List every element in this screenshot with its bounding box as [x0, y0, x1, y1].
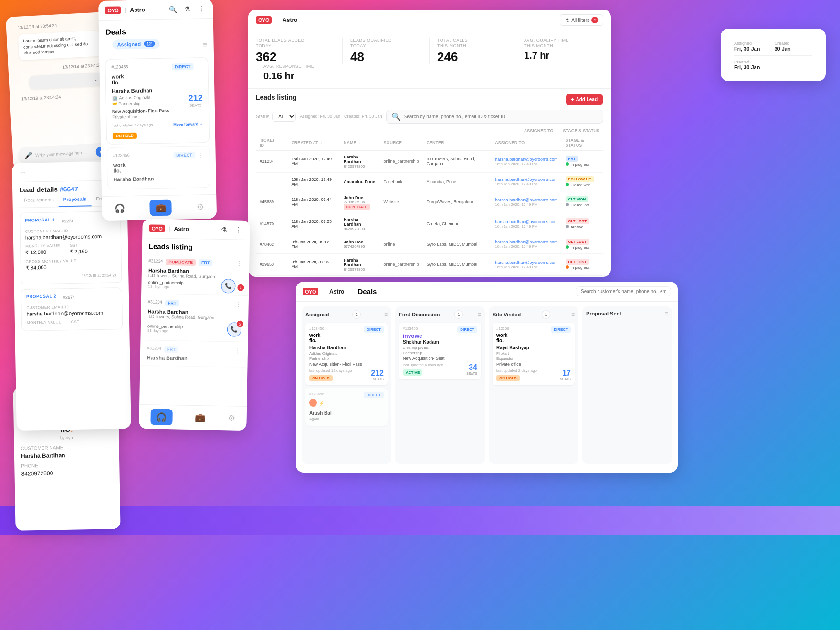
- kanban-card-4[interactable]: #12366 DIRECT workflo. Rajat Kashyap Fli…: [493, 323, 575, 385]
- proposal-1-label: PROPOSAL 1: [25, 218, 55, 223]
- chat-placeholder: Write your message here...: [35, 150, 93, 158]
- filter-icon[interactable]: ⚗: [182, 4, 192, 14]
- oyo-logo: OYO: [105, 6, 121, 14]
- nav-briefcase-2[interactable]: 💼: [195, 412, 205, 423]
- lead-item-more[interactable]: ⋮: [236, 259, 242, 267]
- deals-search[interactable]: [576, 286, 671, 296]
- nav-briefcase[interactable]: 💼: [149, 200, 172, 216]
- search-bar[interactable]: 🔍: [386, 110, 603, 124]
- kanban-filter-2[interactable]: ≡: [478, 311, 481, 318]
- kanban-card-2[interactable]: #123456 DIRECT ⚡ Arash Bal Agota: [305, 388, 388, 426]
- table-row[interactable]: #31234 16th Jan 2020, 12:49 AM Harsha Ba…: [256, 150, 603, 172]
- assigned-label: Assigned: [117, 41, 141, 47]
- search-icon-dash: 🔍: [391, 112, 401, 121]
- move-forward-btn[interactable]: Move forward →: [173, 122, 203, 127]
- deal-location: Private office: [112, 114, 203, 120]
- search-icon[interactable]: 🔍: [168, 4, 178, 14]
- deal-card-1: #123456 DIRECT ⋮ work flo. Harsha Bardha…: [105, 57, 210, 145]
- svg-point-0: [309, 399, 317, 407]
- created-date-info: Created: Fri, 30 Jan: [344, 114, 382, 119]
- invowe-logo: invowe: [403, 333, 477, 339]
- dash-oyo-logo: OYO: [256, 16, 272, 24]
- tab-proposals[interactable]: Proposals: [58, 192, 91, 207]
- leads-bottom-nav: 🎧 💼 ⚙: [139, 404, 247, 430]
- status-filter: Status All: [256, 112, 296, 122]
- nav-headset-2[interactable]: 🎧: [150, 409, 173, 425]
- kanban-filter-icon[interactable]: ≡: [384, 311, 388, 318]
- gradient-band: [0, 506, 840, 535]
- deals-mobile-card: OYO | Astro 🔍 ⚗ ⋮ Deals Assigned 12 ≡ #1…: [98, 0, 217, 220]
- created-date-box: 30 Jan: [774, 46, 790, 52]
- deal-more-icon-2[interactable]: ⋮: [197, 151, 204, 159]
- stats-row: Total leads added TODAY 362 Leads qualif…: [248, 31, 611, 89]
- leads-listing-mobile-card: OYO | Astro ⚗ ⋮ Leads listing #31234 DUP…: [139, 219, 250, 430]
- stat-qualify-time: Avg. Qualify time THIS MONTH 1.7 hr: [516, 38, 603, 64]
- assigned-count: 12: [144, 41, 155, 47]
- lead-item-2[interactable]: #31234 FRT ⋮ Harsha Bardhan ILD Towers, …: [140, 294, 249, 342]
- more-icon[interactable]: ⋮: [197, 4, 206, 13]
- app-name: Astro: [130, 6, 145, 13]
- stat-response-time: Avg. Response time 0.16 hr: [256, 64, 343, 82]
- search-input[interactable]: [404, 114, 598, 119]
- kanban-card-3[interactable]: #123456 DIRECT invowe Shekhar Kadam Clea…: [399, 323, 481, 379]
- direct-badge-1: DIRECT: [172, 63, 194, 71]
- leads-mobile-oyo-header: OYO | Astro ⚗ ⋮: [142, 219, 250, 240]
- leads-listing-section: Leads listing + Add Lead Status All Assi…: [248, 89, 611, 277]
- lead-item-1[interactable]: #31234 DUPLICATE FRT ⋮ Harsha Bardhan IL…: [141, 253, 249, 296]
- created-assigned-group: Assigned Fri, 30 Jan: [734, 41, 760, 52]
- nav-sliders-2[interactable]: ⚙: [228, 413, 235, 423]
- proposal-2-label: PROPOSAL 2: [26, 294, 56, 299]
- th-name: NAME↕: [340, 135, 380, 151]
- proposal-timestamp: 13/12/19 at 23:54:24: [26, 273, 116, 279]
- created-box: Assigned Fri, 30 Jan Created 30 Jan Crea…: [721, 29, 826, 81]
- kanban-col-assigned: Assigned 2 ≡ #123456 DIRECT workflo. Har…: [302, 306, 391, 464]
- deal-ticket-1: #123456: [111, 64, 128, 70]
- proposal-2-id: #2674: [63, 295, 75, 300]
- table-row[interactable]: #45689 11th Jan 2020, 01:44 PM John Doe …: [256, 191, 603, 213]
- kanban-filter-4[interactable]: ≡: [665, 310, 668, 317]
- chat-date-3: 13/12/19 at 23:54:24: [15, 88, 109, 104]
- table-row[interactable]: #14570 11th Jan 2020, 07:23 AM Harsha Ba…: [256, 213, 603, 235]
- all-filters-btn[interactable]: ⚗ All filters 2: [560, 14, 603, 26]
- assigned-date-info: Assigned: Fri, 30 Jan: [300, 114, 340, 119]
- chat-date-1: 13/12/19 at 23:54:24: [11, 17, 105, 32]
- th-created: CREATED AT↕: [287, 135, 340, 151]
- onhold-tag: ON HOLD: [113, 133, 137, 139]
- main-dashboard: OYO | Astro ⚗ All filters 2 Total leads …: [248, 10, 611, 277]
- email-value-1: harsha.bardhan@oyorooms.com: [25, 233, 116, 240]
- lead-item-3[interactable]: #31234 FRT ⋮ Harsha Bardhan: [140, 340, 248, 368]
- dashboard-header: OYO | Astro ⚗ All filters 2: [248, 10, 611, 31]
- section-title: Leads listing: [256, 94, 297, 101]
- assigned-tab[interactable]: Assigned 12: [112, 39, 159, 50]
- lead-id: #6647: [60, 185, 78, 193]
- deal-more-icon[interactable]: ⋮: [195, 63, 202, 70]
- table-row[interactable]: #09653 8th Jan 2020, 07:05 AM Harsha Bar…: [256, 275, 603, 277]
- back-button[interactable]: ←: [19, 168, 26, 177]
- deal-card-2: #123456 DIRECT ⋮ workflo. Harsha Bardhan: [106, 146, 210, 189]
- created-created-group: Created 30 Jan: [774, 41, 790, 52]
- monthly-value-1: ₹ 12,000: [25, 249, 60, 255]
- kanban-filter-3[interactable]: ≡: [571, 311, 575, 318]
- th-assigned: ASSIGNED TO: [491, 135, 561, 151]
- filter-btn[interactable]: ⚗: [219, 225, 229, 234]
- add-lead-button[interactable]: + Add Lead: [566, 94, 603, 105]
- table-row[interactable]: 16th Jan 2020, 12:49 AM Amandra, Pune Fa…: [256, 172, 603, 191]
- filter-icon-2[interactable]: ≡: [202, 41, 207, 49]
- proposal-1-id: #1234: [62, 219, 74, 223]
- table-row[interactable]: #78462 9th Jan 2020, 05:12 PM John Doe 6…: [256, 235, 603, 253]
- stat-total-calls: Total calls THIS MONTH 246: [430, 38, 516, 64]
- deals-title: Deals: [99, 21, 214, 40]
- nav-sliders[interactable]: ⚙: [196, 201, 204, 212]
- call-badge-1[interactable]: 📞: [221, 278, 236, 293]
- table-row[interactable]: #09653 8th Jan 2020, 07:05 AM Harsha Bar…: [256, 253, 603, 275]
- monthly-label-1: MONTHLY VALUE: [25, 243, 60, 248]
- proposal-1: PROPOSAL 1 #1234 CUSTOMER EMAIL ID harsh…: [20, 211, 122, 284]
- status-select[interactable]: All: [272, 112, 296, 122]
- lead-item-more-2[interactable]: ⋮: [235, 300, 242, 308]
- kanban-card-1[interactable]: #123456 DIRECT workflo. Harsha Bardhan A…: [305, 323, 388, 385]
- chat-bubble-1: Lorem ipsum dolor sit amet, consectetur …: [18, 31, 102, 61]
- nav-headset[interactable]: 🎧: [114, 203, 125, 213]
- more-btn[interactable]: ⋮: [233, 225, 243, 234]
- mic-icon[interactable]: 🎤: [24, 151, 33, 159]
- tab-requirements[interactable]: Requirements: [19, 193, 59, 207]
